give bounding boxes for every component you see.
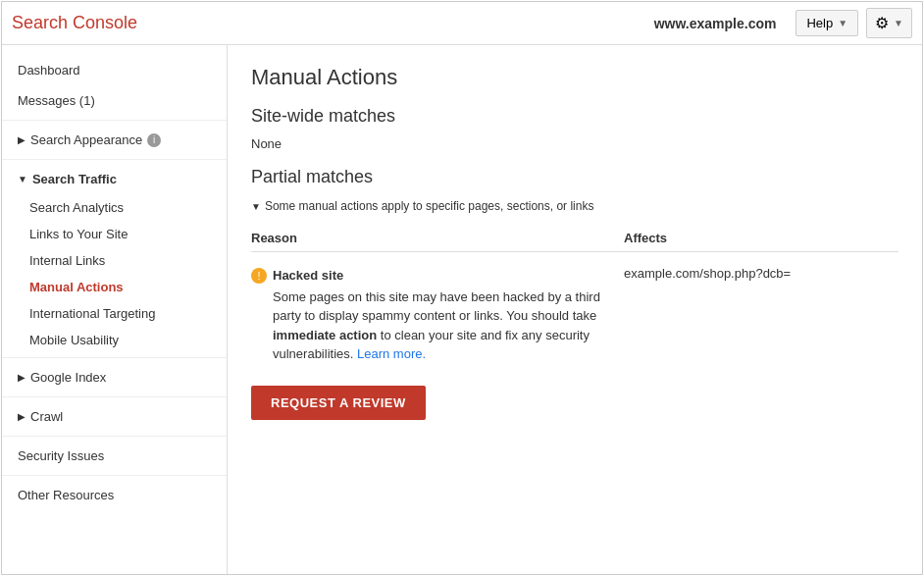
table-row: ! Hacked site Some pages on this site ma… — [251, 260, 898, 370]
actions-table: Reason Affects ! Hacked site Some pages … — [251, 225, 898, 370]
sidebar-divider-6 — [2, 475, 227, 476]
col-reason-header: Reason — [251, 231, 624, 245]
sidebar-divider-4 — [2, 396, 227, 397]
reason-content: Hacked site Some pages on this site may … — [273, 266, 624, 364]
warning-icon: ! — [251, 268, 267, 284]
collapsible-note[interactable]: ▼ Some manual actions apply to specific … — [251, 199, 898, 213]
sidebar-divider-3 — [2, 357, 227, 358]
partial-title: Partial matches — [251, 167, 898, 187]
sidebar-sub-mobile-usability[interactable]: Mobile Usability — [2, 327, 227, 353]
sidebar-section-google-index[interactable]: ▶ Google Index — [2, 362, 227, 393]
sitewide-none: None — [251, 136, 898, 151]
reason-body: Some pages on this site may have been ha… — [273, 288, 624, 364]
crawl-arrow-icon: ▶ — [18, 411, 26, 422]
table-header: Reason Affects — [251, 225, 898, 252]
sidebar-section-search-appearance[interactable]: ▶ Search Appearance i — [2, 125, 227, 155]
col-affects-header: Affects — [624, 231, 667, 245]
page-title: Manual Actions — [251, 65, 898, 90]
sidebar-divider-2 — [2, 159, 227, 160]
gear-arrow-icon: ▼ — [894, 18, 903, 28]
help-arrow-icon: ▼ — [838, 18, 847, 28]
sidebar-sub-links-to-your-site[interactable]: Links to Your Site — [2, 221, 227, 247]
reason-body-start: Some pages on this site may have been ha… — [273, 289, 600, 324]
reason-body-bold: immediate action — [273, 328, 377, 342]
search-appearance-label: Search Appearance — [30, 132, 142, 147]
sidebar-sub-manual-actions[interactable]: Manual Actions — [2, 274, 227, 300]
gear-icon: ⚙ — [875, 14, 889, 32]
sidebar-section-search-traffic[interactable]: ▼ Search Traffic — [2, 164, 227, 194]
body-layout: Dashboard Messages (1) ▶ Search Appearan… — [2, 45, 922, 574]
learn-more-link[interactable]: Learn more. — [357, 346, 426, 361]
app-title: Search Console — [12, 13, 654, 33]
collapsible-arrow-icon: ▼ — [251, 201, 261, 212]
collapsible-note-text: Some manual actions apply to specific pa… — [265, 199, 594, 213]
sitewide-title: Site-wide matches — [251, 106, 898, 127]
request-review-button[interactable]: REQUEST A REVIEW — [251, 386, 426, 420]
sidebar-item-messages[interactable]: Messages (1) — [2, 85, 227, 116]
help-button[interactable]: Help ▼ — [796, 10, 858, 36]
row-inner: ! Hacked site Some pages on this site ma… — [251, 266, 624, 364]
search-traffic-label: Search Traffic — [32, 172, 117, 186]
sidebar-divider-1 — [2, 120, 227, 121]
sidebar-sub-search-analytics[interactable]: Search Analytics — [2, 194, 227, 221]
info-icon: i — [147, 133, 161, 147]
main-content: Manual Actions Site-wide matches None Pa… — [228, 45, 922, 574]
sidebar-item-security-issues[interactable]: Security Issues — [2, 441, 227, 471]
sidebar-section-crawl[interactable]: ▶ Crawl — [2, 401, 227, 432]
settings-button[interactable]: ⚙ ▼ — [866, 8, 912, 38]
affects-col: example.com/shop.php?dcb= — [624, 266, 791, 281]
search-traffic-arrow-icon: ▼ — [18, 174, 27, 184]
header: Search Console www.example.com Help ▼ ⚙ … — [2, 2, 922, 45]
crawl-label: Crawl — [30, 409, 63, 424]
sidebar-item-other-resources[interactable]: Other Resources — [2, 480, 227, 510]
reason-col: ! Hacked site Some pages on this site ma… — [251, 266, 624, 364]
sidebar-sub-international-targeting[interactable]: International Targeting — [2, 300, 227, 327]
sidebar-divider-5 — [2, 436, 227, 437]
help-label: Help — [806, 16, 833, 30]
sidebar-item-dashboard[interactable]: Dashboard — [2, 55, 227, 85]
sidebar-sub-internal-links[interactable]: Internal Links — [2, 247, 227, 274]
google-index-label: Google Index — [30, 370, 106, 385]
reason-title: Hacked site — [273, 266, 624, 286]
search-appearance-arrow-icon: ▶ — [18, 134, 26, 145]
domain-label: www.example.com — [654, 16, 777, 31]
google-index-arrow-icon: ▶ — [18, 372, 26, 383]
sidebar: Dashboard Messages (1) ▶ Search Appearan… — [2, 45, 228, 574]
